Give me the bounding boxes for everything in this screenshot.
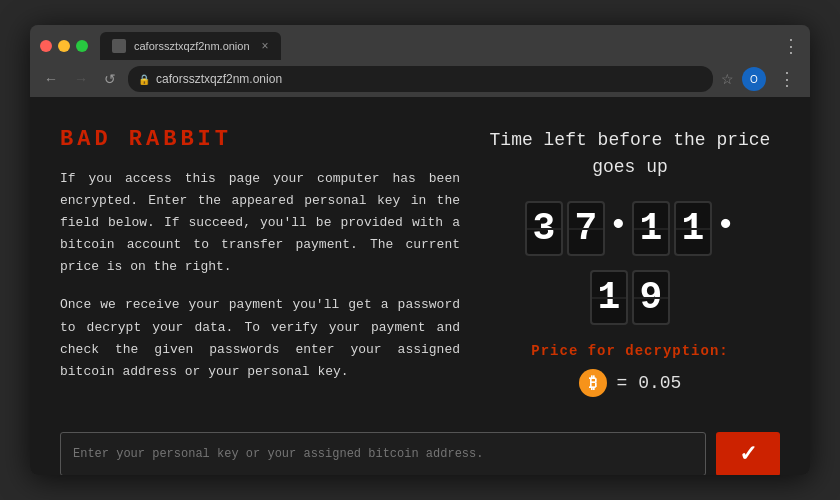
key-input[interactable] [60, 432, 706, 475]
price-amount: = 0.05 [617, 373, 682, 393]
body-paragraph-1: If you access this page your computer ha… [60, 168, 460, 278]
tab-close-button[interactable]: × [262, 39, 269, 53]
extension-button[interactable]: O [742, 67, 766, 91]
tab-favicon [112, 39, 126, 53]
bottom-bar: ✓ [60, 429, 780, 475]
refresh-button[interactable]: ↺ [100, 69, 120, 89]
minutes-group: 1 1 [632, 201, 712, 256]
hours-tens-digit: 3 [525, 201, 563, 256]
browser-menu-button[interactable]: ⋮ [774, 66, 800, 92]
page-content: BAD RABBIT If you access this page your … [30, 97, 810, 475]
forward-button[interactable]: → [70, 69, 92, 89]
price-label: Price for decryption: [531, 343, 728, 359]
separator-1: • [609, 207, 628, 244]
separator-2: • [716, 207, 735, 244]
tab-title: caforssztxqzf2nm.onion [134, 40, 250, 52]
body-paragraph-2: Once we receive your payment you'll get … [60, 294, 460, 382]
seconds-tens-digit: 1 [590, 270, 628, 325]
bookmark-icon[interactable]: ☆ [721, 71, 734, 87]
lock-icon: 🔒 [138, 74, 150, 85]
close-dot[interactable] [40, 40, 52, 52]
page-title: BAD RABBIT [60, 127, 460, 152]
browser-window: caforssztxqzf2nm.onion × ⋮ ← → ↺ 🔒 cafor… [30, 25, 810, 475]
left-panel: BAD RABBIT If you access this page your … [60, 127, 460, 399]
countdown-title: Time left before the price goes up [480, 127, 780, 181]
price-value: ₿ = 0.05 [531, 369, 728, 397]
right-panel: Time left before the price goes up 3 7 •… [480, 127, 780, 399]
maximize-dot[interactable] [76, 40, 88, 52]
back-button[interactable]: ← [40, 69, 62, 89]
main-area: BAD RABBIT If you access this page your … [60, 127, 780, 399]
address-bar: ← → ↺ 🔒 caforssztxqzf2nm.onion ☆ O ⋮ [30, 61, 810, 97]
browser-tab[interactable]: caforssztxqzf2nm.onion × [100, 32, 281, 60]
seconds-group: 1 9 [590, 270, 670, 325]
address-input-container[interactable]: 🔒 caforssztxqzf2nm.onion [128, 66, 713, 92]
url-text: caforssztxqzf2nm.onion [156, 72, 703, 86]
menu-icon[interactable]: ⋮ [782, 35, 800, 57]
checkmark-icon: ✓ [739, 441, 757, 467]
price-section: Price for decryption: ₿ = 0.05 [531, 343, 728, 397]
submit-button[interactable]: ✓ [716, 432, 780, 475]
countdown-display: 3 7 • 1 1 • [525, 201, 735, 256]
bitcoin-icon: ₿ [579, 369, 607, 397]
browser-chrome: caforssztxqzf2nm.onion × ⋮ ← → ↺ 🔒 cafor… [30, 25, 810, 97]
minutes-ones-digit: 1 [674, 201, 712, 256]
minimize-dot[interactable] [58, 40, 70, 52]
window-controls [40, 40, 88, 52]
hours-group: 3 7 [525, 201, 605, 256]
hours-ones-digit: 7 [567, 201, 605, 256]
tab-bar: caforssztxqzf2nm.onion × ⋮ [30, 25, 810, 61]
minutes-tens-digit: 1 [632, 201, 670, 256]
seconds-ones-digit: 9 [632, 270, 670, 325]
